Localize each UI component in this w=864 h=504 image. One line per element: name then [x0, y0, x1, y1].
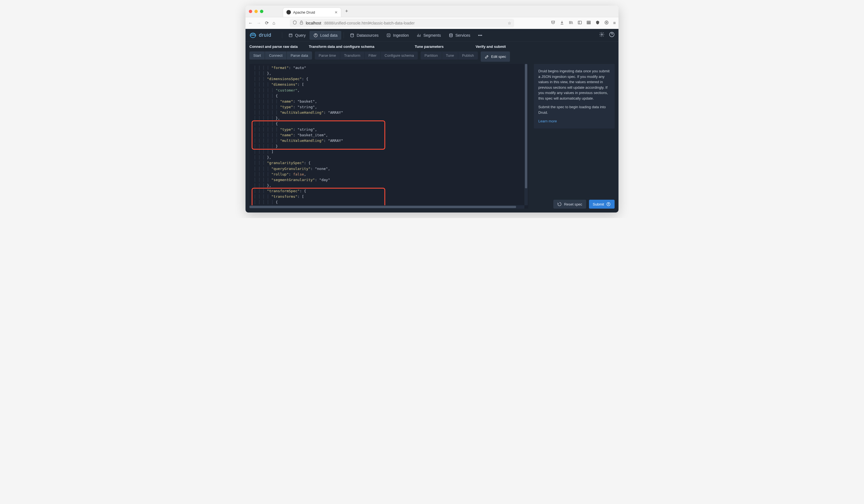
nav-services[interactable]: Services [445, 31, 474, 40]
reload-button[interactable]: ⟳ [265, 20, 268, 26]
grid-icon[interactable] [587, 20, 591, 26]
sidebar-icon[interactable] [578, 20, 582, 26]
shield-icon [292, 20, 297, 26]
step-edit-spec[interactable]: Edit spec [481, 51, 510, 62]
step-transform[interactable]: Transform [340, 51, 365, 60]
code-line: │ │ │ │ ] [252, 149, 528, 155]
code-line: │ │ │ │ "format": "auto" [252, 65, 528, 71]
nav-query[interactable]: Query [285, 31, 310, 40]
spec-editor[interactable]: │ │ │ │ "format": "auto"│ │ │ },│ │ │ "d… [249, 64, 528, 209]
bookmark-star-icon[interactable]: ☆ [508, 21, 511, 25]
learn-more-link[interactable]: Learn more [538, 119, 557, 123]
code-line: │ │ │ │ "queryGranularity": "none", [252, 166, 528, 172]
code-line: │ │ │ }, [252, 71, 528, 76]
druid-app: druid Query Load data Datasources [245, 29, 619, 212]
code-line: │ │ │ │ "transforms": [ [252, 194, 528, 199]
new-tab-button[interactable]: + [345, 8, 348, 14]
code-line: │ │ │ │ │ │ "multiValueHandling": "ARRAY… [252, 110, 528, 115]
ellipsis-icon: ••• [478, 33, 482, 38]
step-filter[interactable]: Filter [365, 51, 381, 60]
step-parse-data[interactable]: Parse data [287, 51, 312, 60]
url-toolbar: ← → ⟳ ⌂ localhost:8888/unified-console.h… [245, 17, 619, 29]
nav-datasources[interactable]: Datasources [346, 31, 382, 40]
code-line: │ │ │ }, [252, 155, 528, 160]
wiz-group-connect-label: Connect and parse raw data [249, 45, 298, 49]
lock-icon [299, 20, 304, 26]
code-line: │ │ │ }, [252, 183, 528, 188]
code-line: │ │ │ │ │ │ "type": "string", [252, 104, 528, 110]
nav-more[interactable]: ••• [474, 31, 486, 40]
info-paragraph-1: Druid begins ingesting data once you sub… [538, 69, 610, 101]
code-line: │ │ │ │ │ { [252, 93, 528, 99]
extension-shield-icon[interactable] [596, 20, 600, 26]
svg-point-8 [351, 34, 354, 35]
code-line: │ │ │ "transformSpec": { [252, 188, 528, 194]
svg-rect-6 [289, 34, 292, 37]
forward-button[interactable]: → [257, 21, 261, 26]
maximize-window-button[interactable] [260, 10, 263, 13]
close-window-button[interactable] [249, 10, 252, 13]
code-line: │ │ │ │ "rollup": false, [252, 172, 528, 177]
step-partition[interactable]: Partition [421, 51, 442, 60]
edit-spec-label: Edit spec [491, 54, 506, 59]
wizard: Connect and parse raw data Transform dat… [245, 42, 619, 62]
pocket-icon[interactable] [551, 20, 555, 26]
code-line: │ │ │ │ │ { [252, 121, 528, 126]
druid-logo[interactable]: druid [249, 32, 272, 39]
gear-icon[interactable] [599, 32, 604, 39]
browser-tab[interactable]: Apache Druid ✕ [283, 8, 341, 17]
nav-load-data-label: Load data [320, 33, 337, 38]
code-line: │ │ │ │ │ │ "multiValueHandling": "ARRAY… [252, 138, 528, 144]
code-line: │ │ │ │ │ │ "name": "basket_item", [252, 132, 528, 138]
content: │ │ │ │ "format": "auto"│ │ │ },│ │ │ "d… [245, 64, 619, 212]
step-publish[interactable]: Publish [458, 51, 478, 60]
nav-services-label: Services [455, 33, 470, 38]
nav-segments[interactable]: Segments [413, 31, 445, 40]
nav-datasources-label: Datasources [357, 33, 379, 38]
wiz-steps-tune: Partition Tune Publish [421, 51, 478, 60]
home-button[interactable]: ⌂ [273, 21, 275, 26]
step-start[interactable]: Start [249, 51, 265, 60]
wiz-steps-connect: Start Connect Parse data [249, 51, 312, 60]
help-icon[interactable] [609, 32, 615, 39]
back-button[interactable]: ← [248, 21, 253, 26]
nav-load-data[interactable]: Load data [310, 31, 341, 40]
brand-text: druid [259, 32, 272, 38]
step-parse-time[interactable]: Parse time [315, 51, 340, 60]
browser-window: Apache Druid ✕ + ← → ⟳ ⌂ localhost:8888/… [245, 5, 619, 212]
app-menu-icon[interactable]: ≡ [613, 21, 616, 26]
step-connect[interactable]: Connect [265, 51, 286, 60]
vertical-scrollbar[interactable] [525, 64, 528, 205]
info-box: Druid begins ingesting data once you sub… [534, 64, 615, 128]
nav-segments-label: Segments [423, 33, 441, 38]
info-paragraph-2: Submit the spec to begin loading data in… [538, 104, 610, 115]
submit-button[interactable]: Submit [589, 200, 615, 209]
wiz-group-tune: Tune parameters [415, 45, 444, 51]
code-line: │ │ │ │ │ }, [252, 115, 528, 121]
nav-query-label: Query [295, 33, 305, 38]
address-bar[interactable]: localhost:8888/unified-console.html#clas… [290, 19, 514, 27]
reset-spec-button[interactable]: Reset spec [553, 200, 586, 209]
svg-point-10 [449, 34, 453, 35]
close-tab-icon[interactable]: ✕ [335, 10, 338, 14]
svg-point-11 [601, 34, 603, 35]
favicon-icon [286, 10, 291, 14]
downloads-icon[interactable] [560, 20, 564, 26]
code-line: │ │ │ "dimensionsSpec": { [252, 76, 528, 82]
minimize-window-button[interactable] [254, 10, 258, 13]
top-nav: druid Query Load data Datasources [245, 29, 619, 42]
submit-label: Submit [593, 202, 604, 206]
step-configure-schema[interactable]: Configure schema [381, 51, 418, 60]
library-icon[interactable] [569, 20, 573, 26]
code-line: │ │ │ │ │ } [252, 144, 528, 149]
code-line: │ │ │ │ │ │ "type": "string", [252, 127, 528, 132]
svg-rect-0 [300, 22, 302, 24]
code-line: │ │ │ │ │ { [252, 199, 528, 205]
svg-point-3 [605, 21, 608, 24]
horizontal-scrollbar[interactable] [249, 205, 525, 209]
wiz-group-verify: Verify and submit [476, 45, 506, 51]
step-tune[interactable]: Tune [442, 51, 458, 60]
nav-ingestion[interactable]: Ingestion [382, 31, 413, 40]
code-line: │ │ │ │ "dimensions": [ [252, 82, 528, 87]
extensions-icon[interactable] [604, 20, 609, 26]
